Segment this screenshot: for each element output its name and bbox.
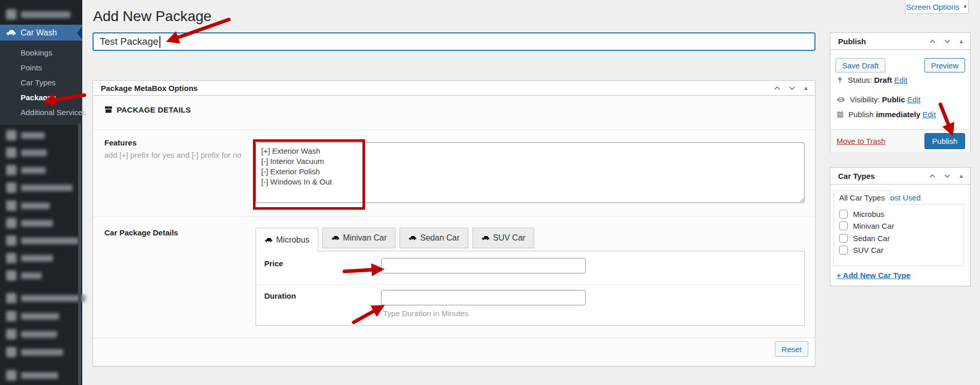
duration-input[interactable] xyxy=(381,290,586,305)
car-package-details-label: Car Package Details xyxy=(104,228,178,237)
tab-minivan-car[interactable]: Minivan Car xyxy=(322,228,395,248)
checkbox-sedan-car[interactable] xyxy=(839,234,848,243)
save-draft-button[interactable]: Save Draft xyxy=(836,58,885,72)
reset-button[interactable]: Reset xyxy=(775,341,808,357)
status-value: Draft xyxy=(874,76,892,84)
tab-microbus[interactable]: Microbus xyxy=(256,228,318,251)
car-types-metabox: Car Types ▲ All Car Types Most Used Micr… xyxy=(830,167,971,286)
text-cursor xyxy=(159,36,160,48)
features-label: Features xyxy=(104,138,137,147)
schedule-row: Publish immediately Edit xyxy=(837,110,936,119)
schedule-value: immediately xyxy=(876,110,920,119)
sidebar-item-blurred[interactable] xyxy=(6,130,45,140)
eye-icon xyxy=(837,97,845,103)
screen-options-button[interactable]: Screen Options ▼ xyxy=(905,0,969,14)
package-details-section-header: PACKAGE DETAILS xyxy=(104,105,191,114)
sidebar-item-blurred[interactable] xyxy=(6,347,63,357)
car-icon xyxy=(264,237,273,243)
collapse-toggle-icon[interactable]: ▲ xyxy=(958,39,964,44)
checkbox-suv-car[interactable] xyxy=(839,246,848,254)
tab-suv-car[interactable]: SUV Car xyxy=(473,228,534,248)
sidebar-item-blurred[interactable] xyxy=(6,182,72,193)
package-title-value: Test Package xyxy=(100,36,158,47)
metabox-title: Package MetaBox Options xyxy=(101,84,197,93)
sidebar-item-blurred[interactable] xyxy=(6,253,53,263)
sidebar-item-blurred[interactable] xyxy=(6,311,59,321)
publish-button[interactable]: Publish xyxy=(924,133,965,149)
page-title: Add New Package xyxy=(93,8,211,25)
sidebar-item-bookings[interactable]: Bookings xyxy=(0,45,82,60)
car-type-option-minivan[interactable]: Minivan Car xyxy=(839,222,894,230)
collapse-toggle-icon[interactable]: ▲ xyxy=(958,173,964,179)
edit-status-link[interactable]: Edit xyxy=(894,76,908,84)
sidebar-item-blurred[interactable] xyxy=(6,218,53,228)
current-item-arrow xyxy=(77,26,82,40)
metabox-header[interactable]: Package MetaBox Options ▲ xyxy=(93,81,815,96)
sidebar-item-blurred[interactable] xyxy=(6,165,46,175)
car-types-title: Car Types xyxy=(838,172,875,180)
sidebar-item-car-types[interactable]: Car Types xyxy=(0,75,82,90)
visibility-row: Visibility: Public Edit xyxy=(837,95,920,104)
car-type-option-microbus[interactable]: Microbus xyxy=(839,210,884,218)
sidebar-item-additional-services[interactable]: Additional Services xyxy=(0,105,82,120)
calendar-icon xyxy=(837,111,844,118)
sidebar-item-points[interactable]: Points xyxy=(0,60,82,75)
microbus-tab-panel: Price Duration Type Duration in Minutes xyxy=(256,251,805,326)
checkbox-minivan-car[interactable] xyxy=(839,222,848,230)
duration-label: Duration xyxy=(264,291,296,300)
sidebar-item-blurred[interactable] xyxy=(6,370,58,380)
car-type-tabs: Microbus Minivan Car Sedan Car SUV Car xyxy=(256,228,534,251)
car-type-option-suv[interactable]: SUV Car xyxy=(839,246,883,254)
pin-icon xyxy=(837,77,843,84)
menu-icon xyxy=(6,9,16,20)
checkbox-microbus[interactable] xyxy=(839,210,848,218)
car-icon xyxy=(481,235,489,241)
features-textarea[interactable]: [+] Exterior Wash [-] Interior Vacuum [-… xyxy=(256,142,805,203)
admin-sidebar: Car Wash Bookings Points Car Types Packa… xyxy=(0,0,82,385)
sidebar-item-blurred[interactable] xyxy=(6,6,88,23)
sidebar-item-blurred[interactable] xyxy=(6,235,79,246)
preview-button[interactable]: Preview xyxy=(924,58,965,72)
price-label: Price xyxy=(264,259,283,268)
car-icon xyxy=(408,235,416,241)
car-type-option-sedan[interactable]: Sedan Car xyxy=(839,234,890,243)
car-icon xyxy=(6,29,16,36)
price-input[interactable] xyxy=(381,258,586,273)
publish-header[interactable]: Publish ▲ xyxy=(830,33,970,50)
sidebar-item-packages[interactable]: Packages xyxy=(0,90,82,105)
sidebar-item-label: Car Wash xyxy=(21,28,57,38)
move-down-icon[interactable] xyxy=(943,38,951,45)
features-hint: add [+] prefix for yes and [-] prefix fo… xyxy=(104,151,259,159)
sidebar-item-blurred[interactable] xyxy=(6,270,42,281)
publish-footer: Move to Trash Publish xyxy=(830,129,970,153)
sidebar-item-blurred[interactable] xyxy=(6,148,47,158)
move-up-icon[interactable] xyxy=(773,84,781,92)
screen-options-label: Screen Options xyxy=(906,3,959,11)
package-title-input[interactable]: Test Package xyxy=(93,32,815,51)
publish-title: Publish xyxy=(838,37,866,46)
publish-metabox: Publish ▲ Save Draft Preview Status: Dra… xyxy=(830,32,971,153)
sidebar-scrollbar[interactable] xyxy=(78,123,81,385)
car-types-list: Microbus Minivan Car Sedan Car SUV Car xyxy=(833,204,964,266)
tab-all-car-types[interactable]: All Car Types xyxy=(833,190,891,205)
edit-visibility-link[interactable]: Edit xyxy=(907,95,920,104)
sidebar-item-blurred[interactable] xyxy=(6,329,57,339)
move-up-icon[interactable] xyxy=(929,38,936,45)
sidebar-item-blurred[interactable] xyxy=(6,200,50,211)
move-up-icon[interactable] xyxy=(929,172,936,180)
edit-schedule-link[interactable]: Edit xyxy=(922,110,936,119)
visibility-value: Public xyxy=(882,95,905,104)
collapse-toggle-icon[interactable]: ▲ xyxy=(803,85,809,91)
move-to-trash-link[interactable]: Move to Trash xyxy=(837,137,885,145)
sidebar-item-car-wash[interactable]: Car Wash xyxy=(0,25,82,41)
move-down-icon[interactable] xyxy=(788,84,796,92)
car-wash-submenu: Bookings Points Car Types Packages Addit… xyxy=(0,41,82,125)
section-title: PACKAGE DETAILS xyxy=(117,105,191,114)
tab-sedan-car[interactable]: Sedan Car xyxy=(400,228,468,248)
sidebar-item-blurred[interactable] xyxy=(6,293,85,303)
duration-hint: Type Duration in Minutes xyxy=(383,309,468,318)
car-types-header[interactable]: Car Types ▲ xyxy=(830,168,970,185)
add-new-car-type-link[interactable]: + Add New Car Type xyxy=(837,271,911,280)
move-down-icon[interactable] xyxy=(943,172,951,180)
package-icon xyxy=(104,106,113,114)
